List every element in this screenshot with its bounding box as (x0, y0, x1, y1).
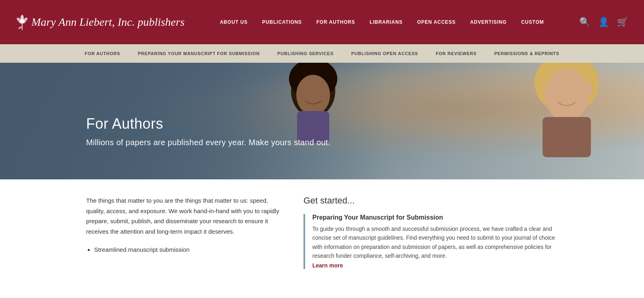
right-column: Get started... Preparing Your Manuscript… (303, 195, 558, 284)
nav-item-for-authors[interactable]: FOR AUTHORS (309, 0, 362, 44)
subnav-publishing-services[interactable]: PUBLISHING SERVICES (268, 44, 343, 63)
subnav-for-reviewers[interactable]: FOR REVIEWERS (427, 44, 485, 63)
intro-paragraph: The things that matter to you are the th… (86, 195, 279, 236)
top-navigation: Mary Ann Liebert, Inc. publishers ABOUT … (0, 0, 644, 44)
svg-point-9 (296, 75, 330, 115)
main-content-area: The things that matter to you are the th… (0, 179, 644, 298)
hero-text-block: For Authors Millions of papers are publi… (86, 115, 330, 147)
person-2 (494, 63, 631, 179)
bullet-item-1: Streamlined manuscript submission (94, 245, 279, 255)
nav-item-about-us[interactable]: ABOUT US (213, 0, 255, 44)
learn-more-link[interactable]: Learn more (312, 262, 343, 269)
card-manuscript-title: Preparing Your Manuscript for Submission (312, 214, 558, 221)
card-manuscript: Preparing Your Manuscript for Submission… (303, 214, 558, 269)
nav-item-custom[interactable]: CUSTOM (514, 0, 551, 44)
hero-subtitle: Millions of papers are published every y… (86, 138, 330, 147)
logo-flower-icon (16, 14, 28, 30)
nav-item-open-access[interactable]: OPEN ACCESS (410, 0, 463, 44)
sub-navigation: FOR AUTHORS PREPARING YOUR MANUSCRIPT FO… (0, 44, 644, 63)
svg-point-4 (20, 19, 24, 23)
nav-item-publications[interactable]: PUBLICATIONS (255, 0, 309, 44)
subnav-permissions[interactable]: PERMISSIONS & REPRINTS (485, 44, 568, 63)
user-icon[interactable]: 👤 (598, 17, 609, 27)
bullet-list: Streamlined manuscript submission (94, 245, 279, 255)
subnav-preparing[interactable]: PREPARING YOUR MANUSCRIPT FOR SUBMISSION (129, 44, 268, 63)
svg-point-6 (18, 26, 23, 29)
search-icon[interactable]: 🔍 (579, 17, 590, 27)
svg-point-12 (545, 69, 589, 121)
main-menu: ABOUT US PUBLICATIONS FOR AUTHORS LIBRAR… (213, 0, 551, 44)
cart-icon[interactable]: 🛒 (617, 17, 628, 27)
hero-title: For Authors (86, 115, 330, 132)
nav-item-advertising[interactable]: ADVERTISING (463, 0, 514, 44)
top-icons-group: 🔍 👤 🛒 (579, 17, 628, 27)
logo-text: Mary Ann Liebert, Inc. publishers (31, 16, 185, 29)
get-started-heading: Get started... (303, 195, 558, 206)
subnav-for-authors[interactable]: FOR AUTHORS (76, 44, 129, 63)
subnav-publishing-open-access[interactable]: PUBLISHING OPEN ACCESS (343, 44, 427, 63)
svg-rect-13 (543, 117, 591, 157)
site-logo[interactable]: Mary Ann Liebert, Inc. publishers (16, 14, 185, 30)
nav-item-librarians[interactable]: LIBRARIANS (362, 0, 410, 44)
hero-section: For Authors Millions of papers are publi… (0, 63, 644, 179)
svg-point-14 (585, 81, 593, 97)
card-manuscript-text: To guide you through a smooth and succes… (312, 224, 558, 261)
left-column: The things that matter to you are the th… (86, 195, 279, 284)
